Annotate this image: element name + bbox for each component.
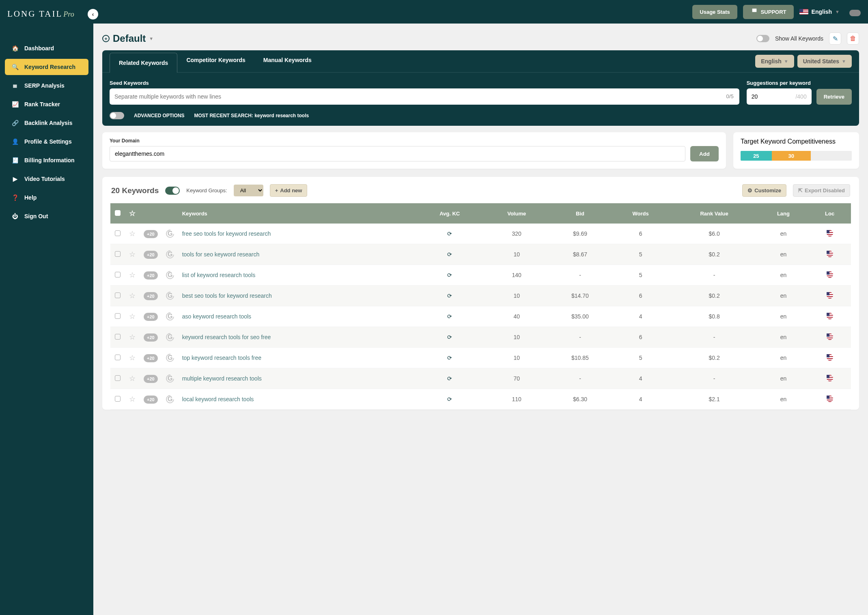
row-checkbox[interactable] [115,230,121,236]
keyword-cell[interactable]: tools for seo keyword research [178,244,416,265]
expand-chip[interactable]: +20 [144,313,158,321]
google-icon[interactable]: G [164,311,176,322]
keyword-groups-select[interactable]: All [234,185,263,196]
dark-mode-toggle[interactable] [849,10,861,16]
table-row: ☆+20Glist of keyword research tools⟳140-… [110,265,851,286]
expand-chip[interactable]: +20 [144,375,158,383]
col-lang[interactable]: Lang [758,203,809,224]
search-language-select[interactable]: English▼ [755,55,794,68]
keyword-cell[interactable]: top keyword research tools free [178,348,416,368]
retrieve-button[interactable]: Retrieve [816,89,852,105]
row-checkbox[interactable] [115,272,121,277]
row-checkbox[interactable] [115,334,121,340]
tab-related-keywords[interactable]: Related Keywords [110,53,177,73]
sidebar-item-help[interactable]: ❓Help [5,189,88,206]
sidebar-item-sign-out[interactable]: ⏻Sign Out [5,208,88,224]
col-bid[interactable]: Bid [549,203,611,224]
seed-keywords-input[interactable] [110,88,739,105]
sidebar-item-billing-information[interactable]: 🧾Billing Information [5,152,88,168]
google-icon[interactable]: G [164,290,176,301]
refresh-kc-button[interactable]: ⟳ [447,355,452,361]
add-new-group-button[interactable]: +Add new [270,184,308,197]
col-volume[interactable]: Volume [484,203,549,224]
expand-chip[interactable]: +20 [144,292,158,300]
refresh-kc-button[interactable]: ⟳ [447,272,452,278]
favorite-button[interactable]: ☆ [129,374,136,383]
sidebar-item-backlink-analysis[interactable]: 🔗Backlink Analysis [5,115,88,131]
google-icon[interactable]: G [164,373,176,384]
favorite-button[interactable]: ☆ [129,230,136,238]
google-icon[interactable]: G [164,331,176,343]
refresh-kc-button[interactable]: ⟳ [447,292,452,299]
row-checkbox[interactable] [115,313,121,319]
google-icon[interactable]: G [164,352,176,363]
sidebar-item-keyword-research[interactable]: 🔍Keyword Research [5,59,88,75]
row-checkbox[interactable] [115,292,121,298]
keyword-cell[interactable]: list of keyword research tools [178,265,416,286]
add-domain-button[interactable]: Add [690,146,719,161]
export-button: ⇱Export Disabled [793,184,850,197]
sidebar-collapse-button[interactable]: ‹ [88,9,98,19]
favorite-button[interactable]: ☆ [129,395,136,403]
favorite-button[interactable]: ☆ [129,250,136,258]
google-icon[interactable]: G [164,269,176,281]
select-all-checkbox[interactable] [115,210,121,216]
keyword-cell[interactable]: keyword research tools for seo free [178,327,416,348]
sidebar-item-video-tutorials[interactable]: ▶Video Tutorials [5,171,88,187]
sidebar-item-dashboard[interactable]: 🏠Dashboard [5,40,88,56]
tab-manual-keywords[interactable]: Manual Keywords [254,50,321,72]
col-words[interactable]: Words [611,203,670,224]
expand-chip[interactable]: +20 [144,271,158,280]
expand-chip[interactable]: +20 [144,354,158,362]
favorite-button[interactable]: ☆ [129,354,136,362]
keyword-cell[interactable]: local keyword research tools [178,389,416,410]
advanced-options-toggle[interactable] [110,112,124,119]
col-keywords[interactable]: Keywords [178,203,416,224]
usage-stats-button[interactable]: Usage Stats [692,5,737,19]
keyword-cell[interactable]: free seo tools for keyword research [178,224,416,244]
favorite-button[interactable]: ☆ [129,271,136,279]
favorite-button[interactable]: ☆ [129,312,136,320]
sidebar-item-serp-analysis[interactable]: ≣SERP Analysis [5,77,88,94]
project-selector[interactable]: + Default ▼ [102,33,153,44]
domain-input[interactable] [110,146,685,161]
refresh-kc-button[interactable]: ⟳ [447,313,452,320]
row-checkbox[interactable] [115,355,121,360]
customize-columns-button[interactable]: ⚙Customize [742,184,786,197]
keyword-cell[interactable]: aso keyword research tools [178,306,416,327]
refresh-kc-button[interactable]: ⟳ [447,334,452,340]
tab-competitor-keywords[interactable]: Competitor Keywords [177,50,254,72]
row-checkbox[interactable] [115,251,121,257]
expand-chip[interactable]: +20 [144,230,158,238]
expand-chip[interactable]: +20 [144,251,158,259]
results-toggle[interactable] [165,187,180,195]
favorite-button[interactable]: ☆ [129,333,136,341]
expand-chip[interactable]: +20 [144,396,158,404]
favorite-button[interactable]: ☆ [129,292,136,300]
support-button[interactable]: ▝▘SUPPORT [743,5,794,19]
col-avg-kc[interactable]: Avg. KC [415,203,484,224]
refresh-kc-button[interactable]: ⟳ [447,375,452,382]
show-all-keywords-toggle[interactable] [756,35,769,42]
col-rank-value[interactable]: Rank Value [670,203,758,224]
sidebar-item-rank-tracker[interactable]: 📈Rank Tracker [5,96,88,112]
google-icon[interactable]: G [164,249,176,260]
refresh-kc-button[interactable]: ⟳ [447,230,452,237]
google-icon[interactable]: G [164,394,176,405]
delete-project-button[interactable]: 🗑 [847,32,859,45]
sidebar-item-profile-settings[interactable]: 👤Profile & Settings [5,133,88,150]
refresh-kc-button[interactable]: ⟳ [447,396,452,402]
google-icon[interactable]: G [164,228,176,239]
col-loc[interactable]: Loc [808,203,851,224]
search-country-select[interactable]: United States▼ [797,55,852,68]
kc-slider[interactable]: 25 30 [741,151,852,161]
edit-project-button[interactable]: ✎ [829,32,841,45]
language-selector[interactable]: English▼ [799,9,840,15]
row-checkbox[interactable] [115,375,121,381]
keyword-cell[interactable]: best seo tools for keyword research [178,286,416,306]
rank-value-cell: - [670,265,758,286]
row-checkbox[interactable] [115,396,121,402]
refresh-kc-button[interactable]: ⟳ [447,251,452,258]
expand-chip[interactable]: +20 [144,333,158,342]
keyword-cell[interactable]: multiple keyword research tools [178,368,416,389]
